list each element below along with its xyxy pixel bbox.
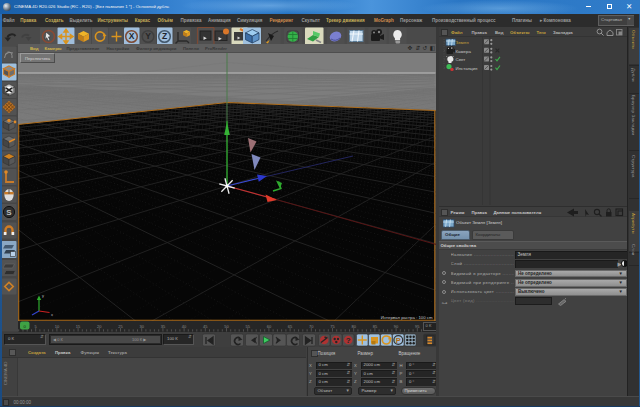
- svg-text:Земля: Земля: [455, 40, 469, 45]
- svg-text:75: 75: [330, 324, 335, 329]
- svg-text:Y: Y: [145, 31, 151, 41]
- svg-text:Инстанция: Инстанция: [455, 66, 478, 71]
- svg-text:65: 65: [287, 324, 292, 329]
- svg-text:80: 80: [351, 324, 356, 329]
- svg-text:90: 90: [393, 324, 398, 329]
- svg-text:x: x: [51, 312, 53, 317]
- svg-text:Свет: Свет: [455, 57, 465, 62]
- svg-text:Камера: Камера: [455, 49, 471, 54]
- svg-text:30: 30: [139, 324, 144, 329]
- svg-text:35: 35: [160, 324, 165, 329]
- svg-text:P: P: [396, 335, 401, 344]
- svg-text:10: 10: [54, 324, 59, 329]
- svg-text:50: 50: [224, 324, 229, 329]
- svg-text:15: 15: [75, 324, 80, 329]
- svg-text:85: 85: [372, 324, 377, 329]
- svg-text:95: 95: [415, 324, 420, 329]
- svg-text:Z: Z: [162, 31, 167, 41]
- svg-text:X: X: [129, 31, 135, 41]
- svg-text:5: 5: [34, 324, 37, 329]
- svg-text:y: y: [42, 293, 44, 298]
- svg-text:55: 55: [245, 324, 250, 329]
- svg-text:60: 60: [266, 324, 271, 329]
- svg-text:25: 25: [118, 324, 123, 329]
- svg-text:70: 70: [309, 324, 314, 329]
- svg-text:S: S: [6, 208, 12, 217]
- svg-text:20: 20: [97, 324, 102, 329]
- svg-text:?: ?: [346, 336, 351, 345]
- svg-text:40: 40: [181, 324, 186, 329]
- svg-text:45: 45: [203, 324, 208, 329]
